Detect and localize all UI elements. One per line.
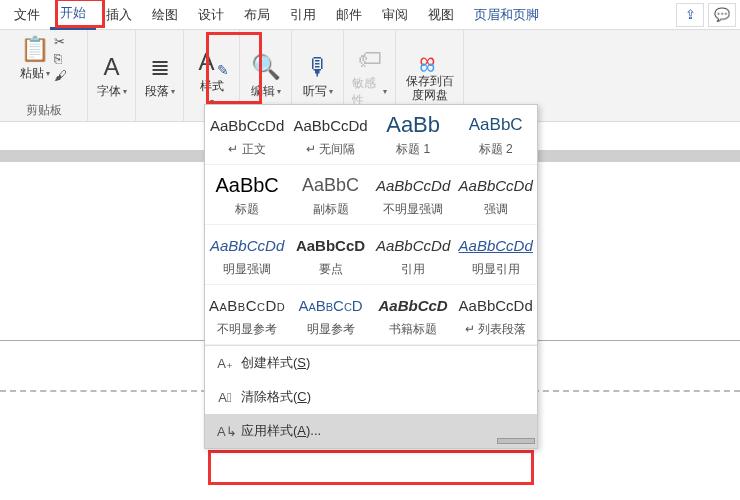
tab-header-footer[interactable]: 页眉和页脚 — [464, 1, 549, 29]
clipboard-side: ✂ ⎘ 🖌 — [54, 34, 67, 83]
style-cell[interactable]: AaBbCcD要点 — [289, 225, 372, 285]
tab-file[interactable]: 文件 — [4, 1, 50, 29]
styles-dropdown: AaBbCcDd↵ 正文AaBbCcDd↵ 无间隔AaBb标题 1AaBbC标题… — [204, 104, 538, 449]
style-cell[interactable]: AaBbCcDd强调 — [454, 165, 537, 225]
clear-format-icon: A⃠ — [217, 390, 233, 405]
style-preview: AaBbCcD — [293, 233, 368, 257]
style-preview: AaBbCcDd — [209, 233, 285, 257]
format-painter-icon[interactable]: 🖌 — [54, 68, 67, 83]
style-caption: ↵ 列表段落 — [458, 321, 533, 338]
style-cell[interactable]: AaBbCcDd↵ 正文 — [205, 105, 289, 165]
style-preview: AaBbCcDd — [376, 233, 451, 257]
apply-style-label: 应用样式 — [241, 423, 293, 438]
tab-view[interactable]: 视图 — [418, 1, 464, 29]
style-preview: AaBbCcDd — [458, 233, 533, 257]
style-caption: 标题 — [209, 201, 285, 218]
tab-layout[interactable]: 布局 — [234, 1, 280, 29]
style-preview: AaBbCcDd — [293, 113, 368, 137]
style-cell[interactable]: AaBbCcD书籍标题 — [372, 285, 455, 345]
group-font[interactable]: A 字体▾ — [88, 30, 136, 121]
style-preview: AaBbCcDd — [376, 173, 451, 197]
paragraph-icon: ≣ — [150, 53, 170, 81]
font-icon: A — [103, 53, 119, 81]
clear-format-label: 清除格式 — [241, 389, 293, 404]
style-preview: AaBbCcDd — [458, 293, 533, 317]
clipboard-icon: 📋 — [20, 35, 50, 63]
paste-label: 粘贴 — [20, 65, 44, 82]
share-icon: ⇪ — [685, 7, 696, 22]
baidu-icon — [419, 51, 441, 73]
style-preview: AaBbCcDd — [209, 293, 285, 317]
style-preview: AaBbCcD — [293, 293, 368, 317]
style-caption: 标题 1 — [376, 141, 451, 158]
style-caption: 引用 — [376, 261, 451, 278]
cut-icon[interactable]: ✂ — [54, 34, 67, 49]
style-cell[interactable]: AaBbCcDd明显引用 — [454, 225, 537, 285]
clipboard-group-label: 剪贴板 — [26, 102, 62, 119]
style-preview: AaBb — [376, 113, 451, 137]
search-icon: 🔍 — [251, 53, 281, 81]
style-caption: ↵ 正文 — [209, 141, 285, 158]
paste-button[interactable]: 📋 粘贴▾ — [20, 34, 50, 83]
style-caption: 标题 2 — [458, 141, 533, 158]
style-caption: ↵ 无间隔 — [293, 141, 368, 158]
editing-label: 编辑 — [251, 83, 275, 100]
style-cell[interactable]: AaBbCcDd明显强调 — [205, 225, 289, 285]
style-preview: AaBbCcDd — [209, 113, 285, 137]
style-cell[interactable]: AaBbC副标题 — [289, 165, 372, 225]
tab-draw[interactable]: 绘图 — [142, 1, 188, 29]
styles-gallery: AaBbCcDd↵ 正文AaBbCcDd↵ 无间隔AaBb标题 1AaBbC标题… — [205, 105, 537, 345]
panel-scrollbar[interactable] — [497, 438, 535, 444]
sensitivity-icon: 🏷 — [358, 45, 382, 73]
menu-bar: 文件 开始 插入 绘图 设计 布局 引用 邮件 审阅 视图 页眉和页脚 ⇪ 💬 — [0, 0, 740, 30]
create-style-key: S — [297, 355, 306, 370]
style-cell[interactable]: AaBbCcDd不明显强调 — [372, 165, 455, 225]
apply-style-key: A — [297, 423, 306, 438]
tab-home[interactable]: 开始 — [50, 0, 96, 30]
group-clipboard: 📋 粘贴▾ ✂ ⎘ 🖌 剪贴板 — [0, 30, 88, 121]
font-label: 字体 — [97, 83, 121, 100]
comment-icon: 💬 — [714, 7, 730, 22]
apply-style-dots: ... — [310, 423, 321, 438]
style-cell[interactable]: AaBbCcD明显参考 — [289, 285, 372, 345]
tab-mailings[interactable]: 邮件 — [326, 1, 372, 29]
share-button[interactable]: ⇪ — [676, 3, 704, 27]
style-cell[interactable]: AaBbCcDd引用 — [372, 225, 455, 285]
style-caption: 强调 — [458, 201, 533, 218]
clear-format-item[interactable]: A⃠ 清除格式(C) — [205, 380, 537, 414]
create-style-icon: A₊ — [217, 356, 233, 371]
style-caption: 明显引用 — [458, 261, 533, 278]
style-caption: 不明显强调 — [376, 201, 451, 218]
style-cell[interactable]: AaBbCcDd↵ 列表段落 — [454, 285, 537, 345]
style-preview: AaBbCcD — [376, 293, 451, 317]
style-cell[interactable]: AaBb标题 1 — [372, 105, 455, 165]
tab-review[interactable]: 审阅 — [372, 1, 418, 29]
style-cell[interactable]: AaBbCcDd不明显参考 — [205, 285, 289, 345]
style-cell[interactable]: AaBbC标题 2 — [454, 105, 537, 165]
style-caption: 要点 — [293, 261, 368, 278]
style-cell[interactable]: AaBbC标题 — [205, 165, 289, 225]
style-cell[interactable]: AaBbCcDd↵ 无间隔 — [289, 105, 372, 165]
microphone-icon: 🎙 — [306, 53, 330, 81]
group-paragraph[interactable]: ≣ 段落▾ — [136, 30, 184, 121]
paragraph-label: 段落 — [145, 83, 169, 100]
style-caption: 明显参考 — [293, 321, 368, 338]
comments-button[interactable]: 💬 — [708, 3, 736, 27]
style-preview: AaBbC — [458, 113, 533, 137]
tab-insert[interactable]: 插入 — [96, 1, 142, 29]
copy-icon[interactable]: ⎘ — [54, 51, 67, 66]
tab-references[interactable]: 引用 — [280, 1, 326, 29]
create-style-item[interactable]: A₊ 创建样式(S) — [205, 346, 537, 380]
style-preview: AaBbC — [293, 173, 368, 197]
styles-label: 样式 — [200, 78, 224, 95]
dictate-label: 听写 — [303, 83, 327, 100]
apply-style-icon: A↳ — [217, 424, 233, 439]
style-caption: 副标题 — [293, 201, 368, 218]
style-caption: 不明显参考 — [209, 321, 285, 338]
style-preview: AaBbCcDd — [458, 173, 533, 197]
style-preview: AaBbC — [209, 173, 285, 197]
apply-style-item[interactable]: A↳ 应用样式(A)... — [205, 414, 537, 448]
style-caption: 明显强调 — [209, 261, 285, 278]
tab-design[interactable]: 设计 — [188, 1, 234, 29]
styles-icon: A✎ — [199, 48, 225, 76]
